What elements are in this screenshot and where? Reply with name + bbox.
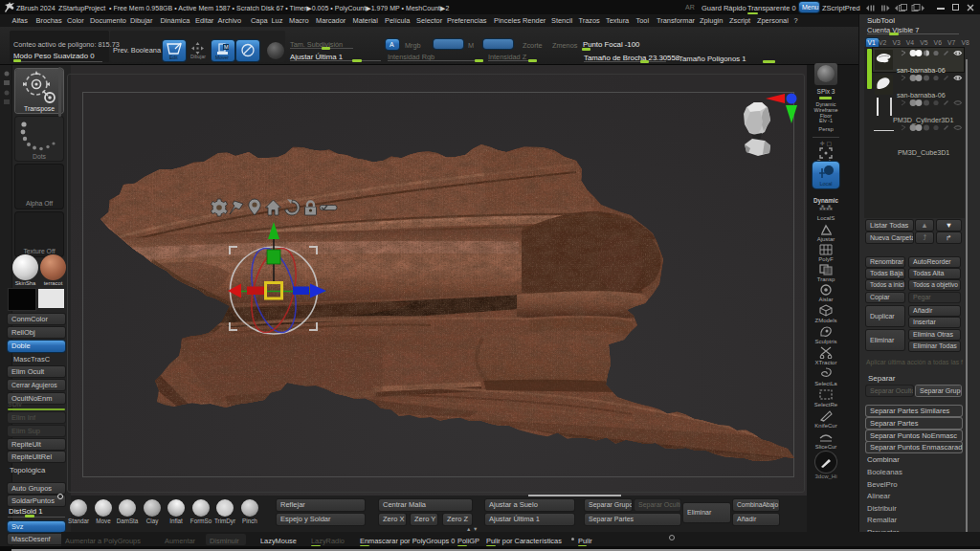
svg-text:M: M [224,44,229,50]
